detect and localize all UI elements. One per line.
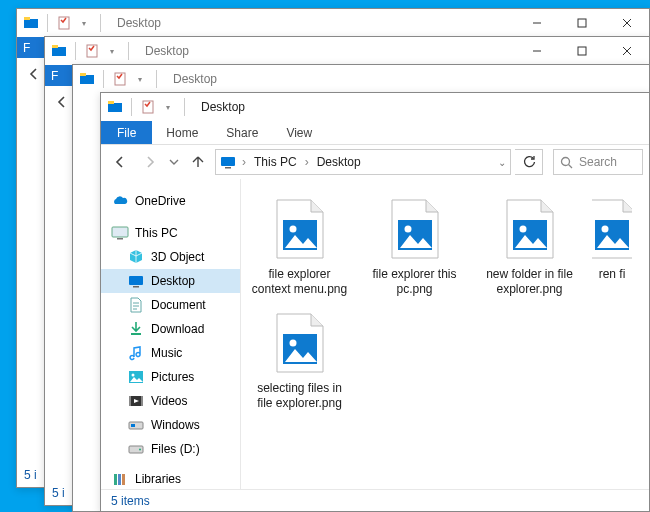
qat-properties-icon[interactable] <box>56 15 72 31</box>
svg-rect-27 <box>133 286 139 288</box>
maximize-button[interactable] <box>559 9 604 37</box>
tree-documents[interactable]: Document <box>101 293 240 317</box>
cube-icon <box>127 248 145 266</box>
explorer-app-icon <box>23 15 39 31</box>
explorer-app-icon <box>107 99 123 115</box>
image-file-icon <box>592 197 632 261</box>
qat-dropdown-icon[interactable]: ▾ <box>104 43 120 59</box>
image-file-icon <box>383 197 447 261</box>
tree-onedrive[interactable]: OneDrive <box>101 189 240 213</box>
downloads-icon <box>127 320 145 338</box>
minimize-button[interactable] <box>514 9 559 37</box>
back-button[interactable] <box>107 149 133 175</box>
ribbon-tab-share[interactable]: Share <box>212 121 272 144</box>
status-count-back-1: 5 i <box>24 468 37 482</box>
svg-rect-26 <box>129 276 143 285</box>
svg-line-23 <box>569 164 573 168</box>
tree-music[interactable]: Music <box>101 341 240 365</box>
file-item[interactable]: file explorer this pc.png <box>362 193 467 301</box>
explorer-app-icon <box>51 43 67 59</box>
qat-dropdown-icon[interactable]: ▾ <box>160 99 176 115</box>
thispc-icon <box>111 224 129 242</box>
tree-label: Windows <box>151 418 200 432</box>
address-bar[interactable]: › This PC › Desktop ⌄ <box>215 149 511 175</box>
breadcrumb-this-pc[interactable]: This PC <box>252 155 299 169</box>
svg-rect-25 <box>117 238 123 240</box>
onedrive-icon <box>111 192 129 210</box>
svg-rect-20 <box>221 157 235 166</box>
explorer-app-icon <box>79 71 95 87</box>
qat-dropdown-icon[interactable]: ▾ <box>132 71 148 87</box>
file-list[interactable]: file explorer context menu.png file expl… <box>241 179 649 489</box>
status-item-count: 5 items <box>111 494 150 508</box>
qat-properties-icon[interactable] <box>112 71 128 87</box>
chevron-right-icon[interactable]: › <box>303 155 311 169</box>
ribbon-tab-home[interactable]: Home <box>152 121 212 144</box>
svg-point-37 <box>139 449 141 451</box>
tree-downloads[interactable]: Download <box>101 317 240 341</box>
videos-icon <box>127 392 145 410</box>
qat-dropdown-icon[interactable]: ▾ <box>76 15 92 31</box>
pictures-icon <box>127 368 145 386</box>
tree-drive-files[interactable]: Files (D:) <box>101 437 240 461</box>
svg-rect-8 <box>52 45 58 48</box>
file-item[interactable]: file explorer context menu.png <box>247 193 352 301</box>
svg-rect-2 <box>59 17 69 29</box>
tree-this-pc[interactable]: This PC <box>101 221 240 245</box>
svg-rect-1 <box>24 17 30 20</box>
svg-point-30 <box>132 374 135 377</box>
up-button[interactable] <box>185 149 211 175</box>
svg-point-42 <box>289 226 296 233</box>
ribbon-tab-view[interactable]: View <box>272 121 326 144</box>
minimize-button[interactable] <box>514 37 559 65</box>
qat-properties-icon[interactable] <box>84 43 100 59</box>
navigation-tree[interactable]: OneDrive This PC 3D Object Desktop <box>101 179 241 489</box>
chevron-right-icon[interactable]: › <box>240 155 248 169</box>
tree-libraries[interactable]: Libraries <box>101 467 240 489</box>
tree-drive-windows[interactable]: Windows <box>101 413 240 437</box>
nav-toolbar: › This PC › Desktop ⌄ Search <box>101 145 649 179</box>
svg-rect-9 <box>87 45 97 57</box>
svg-rect-16 <box>115 73 125 85</box>
close-button[interactable] <box>604 37 649 65</box>
tree-videos[interactable]: Videos <box>101 389 240 413</box>
music-icon <box>127 344 145 362</box>
tree-desktop[interactable]: Desktop <box>101 269 240 293</box>
svg-rect-4 <box>578 19 586 27</box>
qat-properties-icon[interactable] <box>140 99 156 115</box>
file-item[interactable]: ren fi <box>592 193 632 301</box>
back-button-back-2 <box>54 94 70 110</box>
tree-label: OneDrive <box>135 194 186 208</box>
ribbon: File Home Share View <box>101 121 649 145</box>
svg-point-22 <box>562 157 570 165</box>
file-item[interactable]: new folder in file explorer.png <box>477 193 582 301</box>
forward-button[interactable] <box>137 149 163 175</box>
svg-point-50 <box>289 340 296 347</box>
file-item[interactable]: selecting files in file explorer.png <box>247 307 352 415</box>
close-button[interactable] <box>604 9 649 37</box>
image-file-icon <box>268 197 332 261</box>
svg-rect-7 <box>52 47 66 56</box>
address-dropdown-icon[interactable]: ⌄ <box>498 157 506 168</box>
tree-label: Libraries <box>135 472 181 486</box>
maximize-button[interactable] <box>559 37 604 65</box>
file-name: file explorer context menu.png <box>251 267 348 297</box>
status-count-back-2: 5 i <box>52 486 65 500</box>
desktop-icon <box>127 272 145 290</box>
file-name: selecting files in file explorer.png <box>251 381 348 411</box>
svg-point-44 <box>404 226 411 233</box>
tree-pictures[interactable]: Pictures <box>101 365 240 389</box>
svg-rect-33 <box>141 396 143 406</box>
breadcrumb-desktop[interactable]: Desktop <box>315 155 363 169</box>
refresh-button[interactable] <box>515 149 543 175</box>
titlebar[interactable]: ▾ Desktop <box>101 93 649 121</box>
recent-locations-button[interactable] <box>167 149 181 175</box>
window-title: Desktop <box>139 44 189 58</box>
ribbon-file-tab[interactable]: File <box>101 121 152 144</box>
search-input[interactable]: Search <box>553 149 643 175</box>
svg-rect-15 <box>80 73 86 76</box>
tree-3d-objects[interactable]: 3D Object <box>101 245 240 269</box>
explorer-window-front: ▾ Desktop File Home Share View › Th <box>100 92 650 512</box>
svg-rect-40 <box>122 474 125 485</box>
svg-rect-21 <box>225 167 231 169</box>
